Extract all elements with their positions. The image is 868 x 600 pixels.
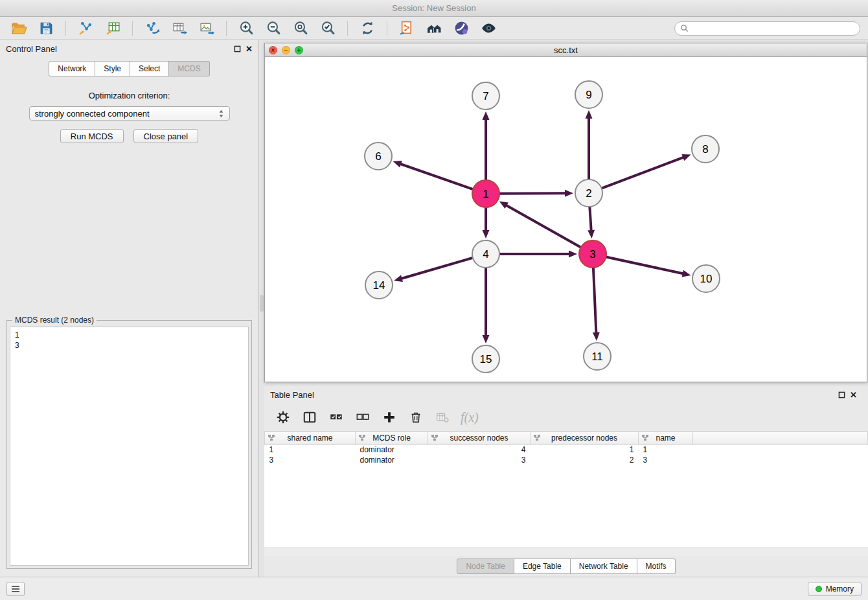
run-mcds-button[interactable]: Run MCDS <box>60 129 124 143</box>
column-header-predecessor-nodes[interactable]: predecessor nodes <box>531 432 639 444</box>
network-minimize-button[interactable]: − <box>282 46 290 54</box>
graph-node-11[interactable]: 11 <box>584 343 611 370</box>
zoom-out-button[interactable] <box>262 19 284 38</box>
mcds-result-line: 1 <box>15 330 244 340</box>
edge-4-14[interactable] <box>401 258 473 279</box>
deselect-all-button[interactable] <box>354 409 371 426</box>
zoom-in-button[interactable] <box>235 19 257 38</box>
tab-style[interactable]: Style <box>95 61 130 76</box>
toolbar-separator <box>132 21 133 36</box>
table-settings-button[interactable] <box>275 409 291 426</box>
network-window-titlebar[interactable]: × − + scc.txt <box>265 43 867 57</box>
edge-3-11[interactable] <box>593 268 597 334</box>
network-zoom-button[interactable]: + <box>295 46 303 54</box>
graph-node-1[interactable]: 1 <box>472 180 499 207</box>
table-row[interactable]: 1dominator411 <box>265 444 868 455</box>
close-panel-button[interactable]: Close panel <box>133 129 199 143</box>
memory-button[interactable]: Memory <box>808 582 862 596</box>
edge-3-10[interactable] <box>606 257 684 273</box>
tab-mcds[interactable]: MCDS <box>169 61 209 76</box>
table-row[interactable]: 3dominator323 <box>265 455 868 465</box>
add-row-button[interactable] <box>381 409 398 426</box>
network-canvas[interactable]: 7968124314101511 <box>265 57 867 382</box>
table-tabs-row: Node TableEdge TableNetwork TableMotifs <box>264 556 868 577</box>
column-header-successor-nodes[interactable]: successor nodes <box>428 432 531 444</box>
optimization-select[interactable]: strongly connected component <box>29 106 230 121</box>
show-columns-button[interactable] <box>301 409 318 426</box>
edge-1-6[interactable] <box>400 164 473 190</box>
save-session-button[interactable] <box>35 19 57 38</box>
column-header-MCDS-role[interactable]: MCDS role <box>356 432 428 444</box>
export-image-button[interactable] <box>196 19 218 38</box>
graph-node-9[interactable]: 9 <box>575 81 602 108</box>
graph-node-10[interactable]: 10 <box>692 265 720 292</box>
select-all-button[interactable] <box>328 409 345 426</box>
search-field[interactable] <box>674 21 860 36</box>
window-titlebar[interactable]: Session: New Session <box>0 0 868 17</box>
table-cell: 3 <box>265 455 356 465</box>
analyzer-button[interactable] <box>423 19 445 38</box>
graph-node-8[interactable]: 8 <box>692 135 719 163</box>
style-wizard-button[interactable] <box>450 19 472 38</box>
graph-node-4[interactable]: 4 <box>472 240 499 268</box>
table-hscroll-area[interactable] <box>264 548 868 556</box>
delete-row-button[interactable] <box>407 409 424 426</box>
graph-node-3[interactable]: 3 <box>579 240 606 268</box>
search-input[interactable] <box>692 24 854 33</box>
graph-node-14[interactable]: 14 <box>365 271 393 299</box>
eye-icon <box>481 20 497 36</box>
refresh-view-button[interactable] <box>356 19 378 38</box>
tab-node-table[interactable]: Node Table <box>457 559 514 574</box>
status-list-button[interactable] <box>6 582 25 596</box>
network-window: × − + scc.txt 7968124314101511 <box>264 43 867 382</box>
table-tabs: Node TableEdge TableNetwork TableMotifs <box>457 559 675 574</box>
refresh-icon <box>360 20 376 36</box>
open-session-button[interactable] <box>8 19 30 38</box>
import-network-icon <box>78 20 94 36</box>
node-label: 15 <box>480 353 492 365</box>
function-builder-button[interactable]: f(x) <box>461 410 479 425</box>
tab-select[interactable]: Select <box>130 61 169 76</box>
zoom-selected-button[interactable] <box>317 19 339 38</box>
control-panel-float-icon[interactable] <box>234 45 241 52</box>
table-panel-float-icon[interactable] <box>838 391 845 398</box>
column-header-shared-name[interactable]: shared name <box>265 432 356 444</box>
network-close-button[interactable]: × <box>269 46 277 54</box>
import-network-button[interactable] <box>74 19 97 38</box>
table-cell: 2 <box>531 455 639 465</box>
mcds-result-list[interactable]: 13 <box>10 327 249 566</box>
edge-2-3[interactable] <box>589 207 591 231</box>
graph-node-2[interactable]: 2 <box>575 179 602 207</box>
table-cell-filler <box>693 444 868 455</box>
zoom-out-icon <box>266 20 282 36</box>
table-cell: 4 <box>428 444 531 455</box>
tab-motifs[interactable]: Motifs <box>637 559 676 574</box>
tab-network[interactable]: Network <box>49 61 95 76</box>
zoom-fit-icon <box>293 20 309 36</box>
zoom-in-icon <box>238 20 255 36</box>
tab-edge-table[interactable]: Edge Table <box>514 559 571 574</box>
export-network-button[interactable] <box>141 19 163 38</box>
splitter-handle[interactable] <box>260 295 264 312</box>
delete-table-button[interactable] <box>434 409 451 426</box>
export-table-button[interactable] <box>168 19 190 38</box>
edge-3-1[interactable] <box>505 205 580 248</box>
node-table[interactable]: shared nameMCDS rolesuccessor nodesprede… <box>264 432 868 548</box>
toolbar-separator <box>226 21 227 36</box>
edge-2-8[interactable] <box>602 157 685 188</box>
edge-arrowhead <box>394 275 403 282</box>
network-document-button[interactable] <box>396 19 418 38</box>
mcds-result-group: MCDS result (2 nodes) 13 <box>6 320 252 569</box>
edge-1-2[interactable] <box>499 193 566 194</box>
graph-node-7[interactable]: 7 <box>472 82 499 110</box>
tab-network-table[interactable]: Network Table <box>571 559 637 574</box>
table-cell: dominator <box>356 444 428 455</box>
control-panel-close-icon[interactable]: ✕ <box>246 45 253 52</box>
graph-node-15[interactable]: 15 <box>472 345 499 373</box>
show-details-button[interactable] <box>477 19 499 38</box>
graph-node-6[interactable]: 6 <box>365 143 392 170</box>
zoom-fit-button[interactable] <box>290 19 312 38</box>
table-panel-close-icon[interactable]: ✕ <box>850 391 857 398</box>
column-header-name[interactable]: name <box>639 432 693 444</box>
import-table-button[interactable] <box>102 19 124 38</box>
